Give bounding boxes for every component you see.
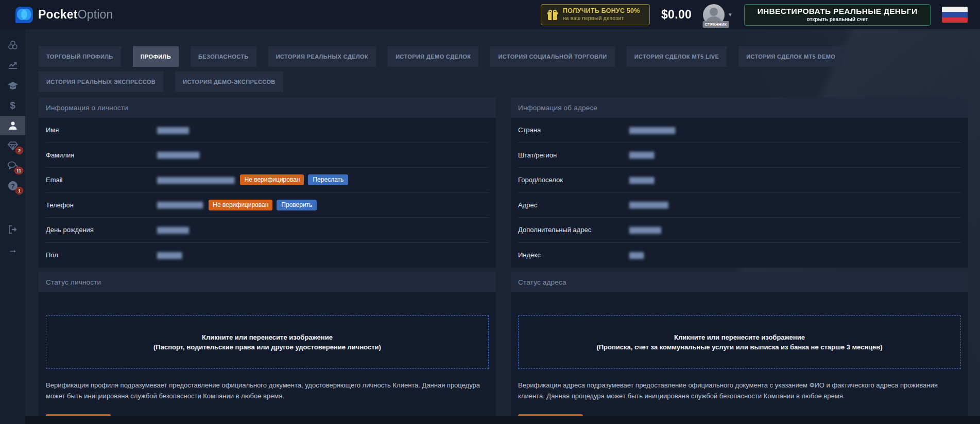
address-info-panel: Информация об адресе Страна ████████████… [511,97,968,268]
row-label: Имя [46,126,157,134]
sidebar-item-logout[interactable] [0,220,25,239]
bonus-button[interactable]: ПОЛУЧИТЬ БОНУС 50% на ваш первый депозит [541,4,650,25]
row-label: Страна [518,126,629,134]
account-balance: $0.00 [661,8,692,22]
graduation-cap-icon [7,80,19,91]
row-city: Город/поселок ███████ [518,168,961,193]
row-value-redacted: ██████████████████████ [157,177,234,183]
row-label: Адрес [518,201,629,209]
sidebar-item-help[interactable]: ? 1 [0,176,25,196]
identity-status-panel: Статус личности Кликните или перенесите … [39,272,496,424]
address-document-dropzone[interactable]: Кликните или перенесите изображение (Про… [518,315,961,369]
row-address: Адрес ███████████ [518,193,961,218]
row-value-redacted: ████ [629,252,643,258]
sidebar-item-collapse[interactable]: → [0,240,25,259]
row-state: Штат/регион ███████ [518,143,961,168]
invest-title: ИНВЕСТИРОВАТЬ РЕАЛЬНЫЕ ДЕНЬГИ [758,7,918,16]
sidebar-item-profile[interactable] [0,116,25,135]
identity-document-dropzone[interactable]: Кликните или перенесите изображение (Пас… [46,315,489,369]
row-value-redacted: █████████ [629,227,661,233]
row-value-redacted: █████████ [157,227,188,233]
row-label: Пол [46,251,157,259]
logo-text: PocketOption [38,8,113,22]
row-value-redacted: ███████ [629,177,654,183]
logo-text-light: Option [78,8,113,21]
row-value-redacted: █████████████ [157,202,202,208]
row-value-redacted: ████████████ [157,152,199,158]
tab-demo-trades-history[interactable]: ИСТОРИЯ ДЕМО СДЕЛОК [388,46,478,67]
status-badge-not-verified: Не верифицирован [240,174,304,185]
svg-text:?: ? [11,183,14,190]
personal-info-panel: Информация о личности Имя █████████ Фами… [39,97,496,268]
logo-text-bold: Pocket [38,8,78,21]
profile-tabs: ТОРГОВЫЙ ПРОФИЛЬ ПРОФИЛЬ БЕЗОПАСНОСТЬ ИС… [39,46,960,92]
tab-profile[interactable]: ПРОФИЛЬ [133,46,179,67]
tab-social-trading-history[interactable]: ИСТОРИЯ СОЦИАЛЬНОЙ ТОРГОВЛИ [490,46,614,67]
chart-line-icon [7,60,19,71]
user-rank-badge: СТРАННИК [703,21,729,28]
row-label: Город/поселок [518,176,629,184]
address-status-panel: Статус адреса Кликните или перенесите из… [511,272,968,424]
tab-security[interactable]: БЕЗОПАСНОСТЬ [191,46,256,67]
personal-info-title: Информация о личности [39,97,496,118]
user-icon [8,120,18,131]
sidebar-item-achievements[interactable]: 2 [0,136,25,155]
user-menu[interactable]: СТРАННИК ▼ [703,4,733,26]
bonus-title: ПОЛУЧИТЬ БОНУС 50% [563,7,640,15]
chips-icon [7,40,19,51]
resend-email-button[interactable]: Переслать [308,174,348,185]
verify-phone-button[interactable]: Проверить [277,200,317,210]
invest-real-money-button[interactable]: ИНВЕСТИРОВАТЬ РЕАЛЬНЫЕ ДЕНЬГИ открыть ре… [744,4,931,26]
tab-real-trades-history[interactable]: ИСТОРИЯ РЕАЛЬНЫХ СДЕЛОК [268,46,376,67]
tab-mt5-demo-history[interactable]: ИСТОРИЯ СДЕЛОК MT5 DEMO [738,46,843,67]
footer-strip [25,416,980,424]
arrow-right-icon: → [8,244,18,255]
row-label: Штат/регион [518,151,629,159]
sidebar-item-education[interactable] [0,76,25,95]
dropzone-text: Кликните или перенесите изображение [202,333,333,341]
dollar-icon: $ [10,100,15,111]
tab-trading-profile[interactable]: ТОРГОВЫЙ ПРОФИЛЬ [39,46,121,67]
row-birthday: День рождения █████████ [46,218,489,243]
bonus-subtitle: на ваш первый депозит [563,15,640,22]
row-label: Телефон [46,201,157,209]
logout-icon [7,224,19,235]
pocket-option-logo-icon [15,7,33,23]
row-value-redacted: ███████ [629,152,654,158]
sidebar: $ 2 11 [0,29,25,424]
status-badge-not-verified: Не верифицирован [209,200,272,210]
dropzone-hint: (Паспорт, водительские права или другое … [153,343,381,351]
dropzone-text: Кликните или перенесите изображение [674,333,805,341]
dropzone-hint: (Прописка, счет за коммунальные услуги и… [596,343,882,351]
pocket-option-logo[interactable]: PocketOption [15,7,113,23]
sidebar-item-trading[interactable] [0,56,25,75]
row-address2: Дополнительный адрес █████████ [518,218,961,243]
chat-badge: 11 [14,167,23,174]
identity-status-title: Статус личности [39,272,496,292]
tab-real-express-history[interactable]: ИСТОРИЯ РЕАЛЬНЫХ ЭКСПРЕССОВ [39,72,163,92]
sidebar-item-chat[interactable]: 11 [0,156,25,175]
row-value-redacted: ███████████ [629,202,668,208]
row-last-name: Фамилия ████████████ [46,143,489,168]
chevron-down-icon: ▼ [728,12,733,17]
language-flag-russia[interactable] [942,7,968,23]
tab-mt5-live-history[interactable]: ИСТОРИЯ СДЕЛОК MT5 LIVE [627,46,727,67]
gift-icon [547,10,558,20]
row-label: Email [46,176,157,184]
invest-subtitle: открыть реальный счет [807,16,868,23]
tab-demo-express-history[interactable]: ИСТОРИЯ ДЕМО-ЭКСПРЕССОВ [175,72,283,92]
row-value-redacted: █████████ [157,127,188,133]
sidebar-item-finance[interactable]: $ [0,96,25,115]
sidebar-item-quick-trading[interactable] [0,36,25,55]
row-label: Индекс [518,251,629,259]
row-value-redacted: █████████████ [629,127,675,133]
row-email: Email ██████████████████████ Не верифици… [46,168,489,193]
row-country: Страна █████████████ [518,118,961,143]
achievements-badge: 2 [15,147,23,154]
row-label: Дополнительный адрес [518,226,629,234]
main-content: ТОРГОВЫЙ ПРОФИЛЬ ПРОФИЛЬ БЕЗОПАСНОСТЬ ИС… [25,29,980,424]
row-phone: Телефон █████████████ Не верифицирован П… [46,193,489,218]
row-value-redacted: ███████ [157,252,182,258]
row-label: День рождения [46,226,157,234]
top-bar: PocketOption ПОЛУЧИТЬ БОНУС 50% на ваш п… [0,0,980,29]
